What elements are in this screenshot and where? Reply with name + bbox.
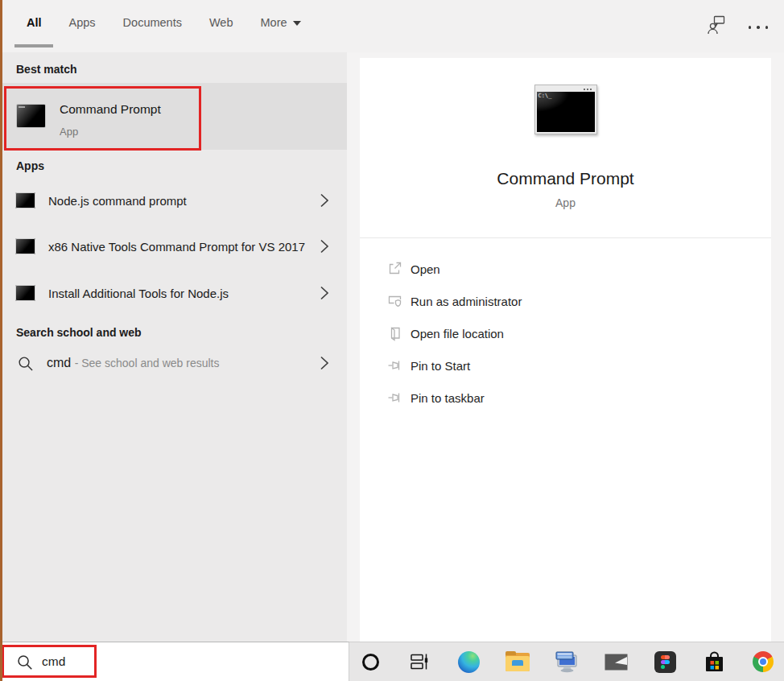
action-run-as-administrator[interactable]: Run as administrator	[360, 285, 771, 317]
edge-browser-icon[interactable]	[454, 647, 483, 676]
chevron-right-icon[interactable]	[320, 356, 329, 371]
chrome-icon[interactable]	[749, 647, 778, 676]
pin-icon	[387, 390, 403, 406]
tab-web[interactable]: Web	[209, 16, 233, 29]
search-filter-bar: All Apps Documents Web More	[0, 0, 784, 52]
tab-all[interactable]: All	[27, 16, 42, 29]
tab-apps[interactable]: Apps	[69, 16, 96, 29]
action-pin-to-start[interactable]: Pin to Start	[360, 349, 771, 382]
annotation-box-search-input	[2, 645, 97, 678]
app-result-row[interactable]: Node.js command prompt	[2, 183, 347, 218]
selected-tab-underline	[14, 44, 53, 47]
filter-tabs: All Apps Documents Web More	[0, 0, 784, 45]
command-prompt-preview-icon: C:\_	[534, 85, 597, 134]
pin-icon	[387, 357, 403, 374]
shield-window-icon	[387, 293, 403, 309]
app-result-row[interactable]: Install Additional Tools for Node.js	[2, 275, 347, 311]
best-match-header: Best match	[16, 63, 76, 76]
task-view-icon[interactable]	[405, 647, 434, 676]
chevron-right-icon[interactable]	[320, 286, 329, 301]
context-actions: Open Run as administrator Open file loca…	[360, 253, 771, 414]
more-options-icon[interactable]	[749, 21, 769, 29]
terminal-icon	[15, 192, 35, 208]
app-result-label: Node.js command prompt	[48, 192, 187, 209]
preview-card: C:\_ Command Prompt App Open Run as admi…	[360, 58, 771, 642]
folder-open-icon	[387, 325, 403, 341]
web-search-label: cmd - See school and web results	[47, 354, 219, 372]
open-icon	[387, 261, 403, 277]
mail-icon[interactable]	[601, 647, 630, 676]
action-open-file-location[interactable]: Open file location	[360, 317, 771, 349]
web-search-section-header: Search school and web	[16, 326, 142, 339]
tab-more[interactable]: More	[261, 16, 301, 29]
cortana-icon[interactable]	[356, 647, 385, 676]
desktop-edge-strip	[0, 0, 2, 681]
action-pin-to-taskbar[interactable]: Pin to taskbar	[360, 382, 771, 414]
on-screen-keyboard-icon[interactable]	[552, 647, 581, 676]
divider	[360, 237, 771, 238]
app-result-row[interactable]: x86 Native Tools Command Prompt for VS 2…	[2, 223, 347, 270]
app-result-label: Install Additional Tools for Node.js	[48, 285, 229, 302]
action-open[interactable]: Open	[360, 253, 771, 285]
chevron-down-icon	[293, 21, 301, 26]
apps-section-header: Apps	[16, 159, 44, 172]
microsoft-store-icon[interactable]	[699, 647, 728, 676]
search-icon	[17, 355, 34, 372]
app-result-label: x86 Native Tools Command Prompt for VS 2…	[48, 238, 305, 255]
file-explorer-icon[interactable]	[503, 647, 532, 676]
terminal-icon	[15, 285, 35, 301]
figma-icon[interactable]	[650, 647, 679, 676]
feedback-icon[interactable]	[707, 14, 726, 35]
preview-title: Command Prompt	[360, 169, 771, 188]
chevron-right-icon[interactable]	[320, 193, 329, 208]
taskbar	[349, 642, 784, 681]
terminal-icon	[15, 238, 35, 254]
chevron-right-icon[interactable]	[320, 239, 329, 254]
web-search-result-row[interactable]: cmd - See school and web results	[2, 347, 347, 379]
tab-documents[interactable]: Documents	[123, 16, 182, 29]
preview-subtitle: App	[360, 196, 771, 209]
annotation-box-best-match	[4, 86, 201, 151]
